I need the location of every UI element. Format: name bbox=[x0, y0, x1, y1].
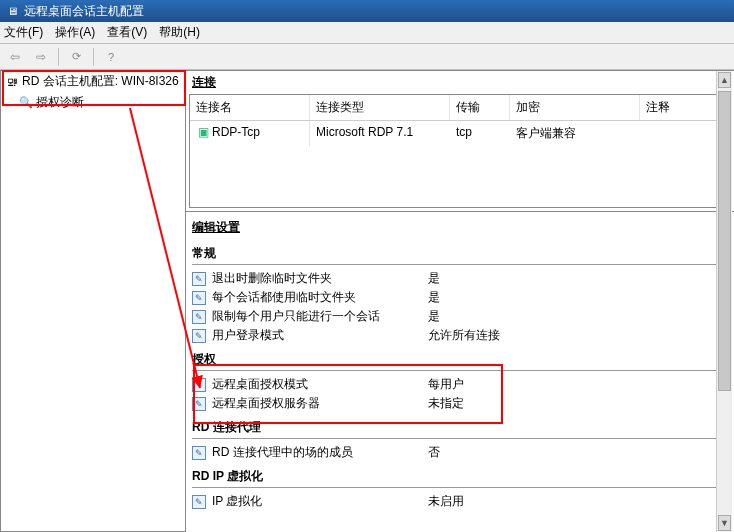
menu-file[interactable]: 文件(F) bbox=[4, 24, 43, 41]
setting-row[interactable]: ✎ 远程桌面授权服务器 未指定 bbox=[192, 394, 728, 413]
group-ipvirt: RD IP 虚拟化 bbox=[192, 462, 722, 488]
conn-transport: tcp bbox=[450, 121, 510, 146]
setting-row[interactable]: ✎ IP 虚拟化 未启用 bbox=[192, 492, 728, 511]
toolbar-separator bbox=[58, 48, 59, 66]
toolbar-help-button[interactable]: ? bbox=[100, 47, 122, 67]
property-icon: ✎ bbox=[192, 310, 206, 324]
toolbar-refresh-button[interactable]: ⟳ bbox=[65, 47, 87, 67]
property-icon: ✎ bbox=[192, 446, 206, 460]
setting-value: 是 bbox=[428, 289, 440, 306]
scroll-thumb[interactable] bbox=[718, 91, 731, 391]
toolbar-back-button[interactable]: ⇦ bbox=[4, 47, 26, 67]
license-list: ✎ 远程桌面授权模式 每用户 ✎ 远程桌面授权服务器 未指定 bbox=[192, 375, 728, 413]
window-title: 远程桌面会话主机配置 bbox=[24, 3, 144, 20]
setting-value: 允许所有连接 bbox=[428, 327, 500, 344]
general-list: ✎ 退出时删除临时文件夹 是 ✎ 每个会话都使用临时文件夹 是 ✎ 限制每个用户… bbox=[192, 269, 728, 345]
settings-panel: 编辑设置 常规 ✎ 退出时删除临时文件夹 是 ✎ 每个会话都使用临时文件夹 是 … bbox=[186, 211, 734, 511]
conn-type: Microsoft RDP 7.1 bbox=[310, 121, 450, 146]
server-icon: 🖳 bbox=[5, 75, 19, 89]
property-icon: ✎ bbox=[192, 291, 206, 305]
property-icon: ✎ bbox=[192, 495, 206, 509]
refresh-icon: ⟳ bbox=[69, 50, 83, 64]
toolbar: ⇦ ⇨ ⟳ ? bbox=[0, 44, 734, 70]
window-titlebar: 🖥 远程桌面会话主机配置 bbox=[0, 0, 734, 22]
property-icon: ✎ bbox=[192, 329, 206, 343]
settings-heading: 编辑设置 bbox=[192, 216, 728, 239]
diagnose-icon: 🔍 bbox=[19, 96, 33, 110]
tree-root-node[interactable]: 🖳 RD 会话主机配置: WIN-8I326 bbox=[1, 71, 185, 92]
conn-name: RDP-Tcp bbox=[212, 125, 260, 139]
setting-value: 是 bbox=[428, 308, 440, 325]
col-header-name[interactable]: 连接名 bbox=[190, 95, 310, 120]
setting-value: 是 bbox=[428, 270, 440, 287]
setting-label: 每个会话都使用临时文件夹 bbox=[212, 289, 422, 306]
setting-row[interactable]: ✎ 限制每个用户只能进行一个会话 是 bbox=[192, 307, 728, 326]
col-header-encryption[interactable]: 加密 bbox=[510, 95, 640, 120]
details-pane: 连接 连接名 连接类型 传输 加密 注释 ▣RDP-Tcp Microsoft … bbox=[186, 70, 734, 532]
conn-encryption: 客户端兼容 bbox=[510, 121, 640, 146]
connection-row[interactable]: ▣RDP-Tcp Microsoft RDP 7.1 tcp 客户端兼容 bbox=[190, 121, 730, 146]
toolbar-separator bbox=[93, 48, 94, 66]
setting-label: 远程桌面授权服务器 bbox=[212, 395, 422, 412]
toolbar-forward-button[interactable]: ⇨ bbox=[30, 47, 52, 67]
setting-row[interactable]: ✎ 远程桌面授权模式 每用户 bbox=[192, 375, 728, 394]
col-header-transport[interactable]: 传输 bbox=[450, 95, 510, 120]
menu-help[interactable]: 帮助(H) bbox=[159, 24, 200, 41]
setting-value: 未启用 bbox=[428, 493, 464, 510]
scroll-down-button[interactable]: ▼ bbox=[718, 515, 731, 531]
connections-heading: 连接 bbox=[186, 71, 734, 94]
tree-child-label: 授权诊断 bbox=[36, 94, 84, 111]
vertical-scrollbar[interactable]: ▲ ▼ bbox=[716, 71, 732, 532]
group-broker: RD 连接代理 bbox=[192, 413, 722, 439]
scroll-up-button[interactable]: ▲ bbox=[718, 72, 731, 88]
menu-action[interactable]: 操作(A) bbox=[55, 24, 95, 41]
setting-label: 限制每个用户只能进行一个会话 bbox=[212, 308, 422, 325]
connections-header-row: 连接名 连接类型 传输 加密 注释 bbox=[190, 95, 730, 121]
setting-row[interactable]: ✎ RD 连接代理中的场的成员 否 bbox=[192, 443, 728, 462]
tree-child-node[interactable]: 🔍 授权诊断 bbox=[1, 92, 185, 113]
setting-label: RD 连接代理中的场的成员 bbox=[212, 444, 422, 461]
app-icon: 🖥 bbox=[4, 3, 20, 19]
property-icon: ✎ bbox=[192, 397, 206, 411]
menu-view[interactable]: 查看(V) bbox=[107, 24, 147, 41]
group-license: 授权 bbox=[192, 345, 722, 371]
tree-root-label: RD 会话主机配置: WIN-8I326 bbox=[22, 73, 179, 90]
help-icon: ? bbox=[104, 50, 118, 64]
setting-row[interactable]: ✎ 退出时删除临时文件夹 是 bbox=[192, 269, 728, 288]
setting-label: 退出时删除临时文件夹 bbox=[212, 270, 422, 287]
property-icon: ✎ bbox=[192, 272, 206, 286]
property-icon: ✎ bbox=[192, 378, 206, 392]
tree-pane: 🖳 RD 会话主机配置: WIN-8I326 🔍 授权诊断 bbox=[0, 70, 186, 532]
setting-label: 远程桌面授权模式 bbox=[212, 376, 422, 393]
col-header-type[interactable]: 连接类型 bbox=[310, 95, 450, 120]
ipvirt-list: ✎ IP 虚拟化 未启用 bbox=[192, 492, 728, 511]
setting-row[interactable]: ✎ 用户登录模式 允许所有连接 bbox=[192, 326, 728, 345]
setting-value: 未指定 bbox=[428, 395, 464, 412]
connections-table: 连接名 连接类型 传输 加密 注释 ▣RDP-Tcp Microsoft RDP… bbox=[189, 94, 731, 208]
setting-row[interactable]: ✎ 每个会话都使用临时文件夹 是 bbox=[192, 288, 728, 307]
broker-list: ✎ RD 连接代理中的场的成员 否 bbox=[192, 443, 728, 462]
setting-label: IP 虚拟化 bbox=[212, 493, 422, 510]
network-icon: ▣ bbox=[196, 125, 210, 139]
setting-value: 否 bbox=[428, 444, 440, 461]
group-general: 常规 bbox=[192, 239, 722, 265]
menu-bar: 文件(F) 操作(A) 查看(V) 帮助(H) bbox=[0, 22, 734, 44]
setting-label: 用户登录模式 bbox=[212, 327, 422, 344]
setting-value: 每用户 bbox=[428, 376, 464, 393]
